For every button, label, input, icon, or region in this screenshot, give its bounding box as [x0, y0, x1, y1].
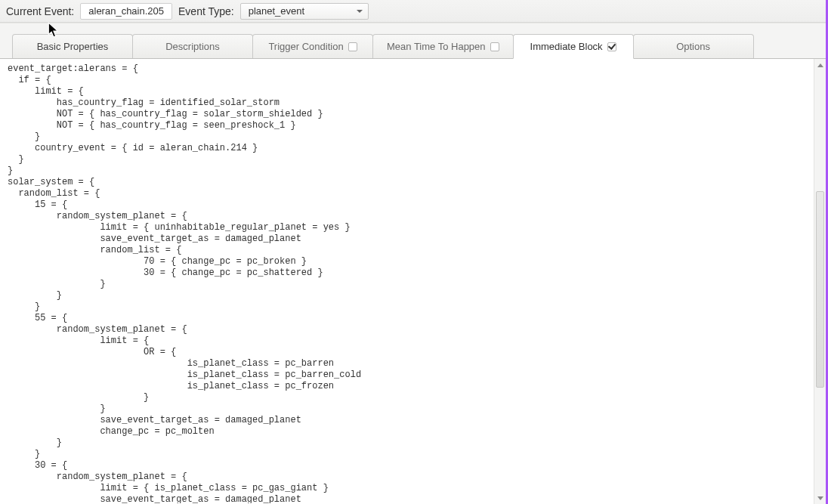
- content-panel: event_target:alerans = { if = { limit = …: [0, 58, 828, 503]
- tab-label: Descriptions: [165, 41, 220, 52]
- tab-bar: Basic Properties Descriptions Trigger Co…: [0, 23, 828, 59]
- current-event-value[interactable]: aleran_chain.205: [80, 3, 172, 20]
- tab-label: Immediate Block: [530, 41, 603, 52]
- event-type-dropdown[interactable]: planet_event: [240, 3, 369, 20]
- top-toolbar: Current Event: aleran_chain.205 Event Ty…: [0, 0, 828, 23]
- code-editor[interactable]: event_target:alerans = { if = { limit = …: [0, 59, 828, 503]
- tab-label: Options: [676, 41, 710, 52]
- checkbox-icon[interactable]: [607, 42, 616, 51]
- tab-basic-properties[interactable]: Basic Properties: [12, 34, 133, 59]
- checkbox-icon[interactable]: [348, 42, 357, 51]
- current-event-label: Current Event:: [6, 5, 74, 17]
- tab-label: Trigger Condition: [268, 41, 343, 52]
- tab-options[interactable]: Options: [633, 34, 754, 59]
- checkbox-icon[interactable]: [490, 42, 499, 51]
- vertical-scrollbar[interactable]: [814, 59, 826, 504]
- scroll-down-icon[interactable]: [814, 492, 826, 504]
- tab-mean-time-to-happen[interactable]: Mean Time To Happen: [372, 34, 514, 59]
- tab-label: Mean Time To Happen: [387, 41, 486, 52]
- scroll-thumb[interactable]: [816, 191, 824, 388]
- event-type-label: Event Type:: [178, 5, 234, 17]
- tab-trigger-condition[interactable]: Trigger Condition: [252, 34, 373, 59]
- tab-descriptions[interactable]: Descriptions: [132, 34, 253, 59]
- tab-immediate-block[interactable]: Immediate Block: [513, 34, 634, 59]
- scroll-up-icon[interactable]: [814, 59, 826, 71]
- tab-label: Basic Properties: [37, 41, 109, 52]
